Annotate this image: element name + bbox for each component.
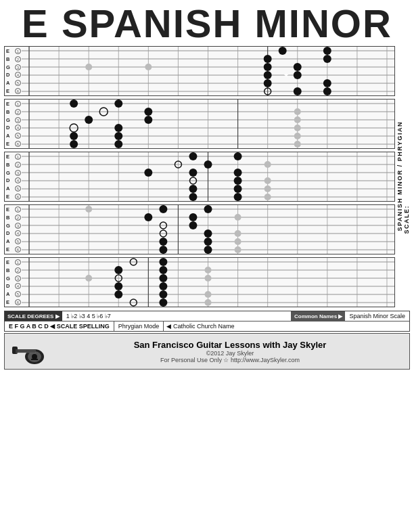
svg-point-103 — [189, 185, 197, 193]
footer: San Francisco Guitar Lessons with Jay Sk… — [4, 333, 410, 370]
diagram-4: E B G D A E 1 2 3 4 5 6 — [4, 204, 395, 254]
svg-point-170 — [159, 266, 167, 274]
svg-point-94 — [189, 152, 197, 160]
svg-point-19 — [85, 64, 92, 70]
string-names-4: E B G D A E — [5, 205, 14, 254]
footer-copyright: ©2012 Jay Skyler — [55, 350, 405, 357]
svg-point-22 — [323, 47, 331, 55]
svg-point-106 — [234, 193, 242, 201]
svg-point-175 — [114, 290, 122, 298]
svg-point-28 — [294, 71, 302, 79]
fretboard-2 — [22, 99, 394, 148]
svg-point-131 — [159, 205, 167, 213]
svg-point-134 — [189, 213, 197, 221]
svg-point-69 — [70, 140, 78, 148]
svg-point-130 — [235, 246, 242, 253]
svg-point-141 — [159, 246, 167, 254]
svg-point-176 — [159, 290, 167, 298]
main-title: E SPANISH MINOR — [0, 4, 414, 43]
fretboard-4 — [22, 205, 394, 254]
info-row-2: E F G A B C D ◀ SCALE SPELLING Phrygian … — [5, 322, 409, 331]
svg-point-93 — [264, 194, 271, 200]
svg-point-127 — [235, 214, 242, 221]
diagram-1: E B G D A E 1 2 3 4 5 6 — [4, 46, 395, 96]
svg-point-95 — [234, 152, 242, 160]
svg-point-172 — [159, 274, 167, 282]
svg-point-169 — [114, 266, 122, 274]
svg-point-90 — [264, 161, 271, 168]
string-names-2: E B G D A E — [5, 99, 14, 148]
svg-rect-187 — [31, 359, 38, 360]
svg-point-54 — [294, 108, 301, 115]
info-section: SCALE DEGREES ▶ 1 ♭2 ♭3 4 5 ♭6 ♭7 Common… — [4, 311, 410, 332]
scale-label-text: SCALE: SPANISH MINOR / PHRYGIAN — [396, 121, 410, 234]
svg-point-60 — [114, 99, 122, 108]
info-row-1: SCALE DEGREES ▶ 1 ♭2 ♭3 4 5 ♭6 ♭7 Common… — [5, 311, 409, 322]
svg-point-139 — [159, 238, 167, 246]
string-names-5: E B G D A E — [5, 258, 14, 307]
svg-point-163 — [205, 267, 212, 273]
string-nums-3: 1 2 3 4 5 6 — [14, 152, 22, 201]
scale-side-label: SCALE: SPANISH MINOR / PHRYGIAN — [395, 46, 410, 309]
svg-point-142 — [204, 246, 212, 254]
scale-spelling-label: E F G A B C D ◀ SCALE SPELLING — [5, 322, 114, 331]
svg-point-20 — [145, 64, 152, 70]
string-nums-1: 1 2 3 4 5 6 — [14, 47, 22, 95]
svg-point-132 — [204, 205, 212, 213]
scale-degrees-label: SCALE DEGREES ▶ — [5, 311, 62, 321]
title-area: E SPANISH MINOR — [0, 0, 414, 46]
svg-point-63 — [85, 116, 93, 124]
fretboard-1: ★ — [22, 47, 394, 95]
svg-point-26 — [294, 63, 302, 71]
svg-point-97 — [204, 160, 212, 169]
svg-point-104 — [234, 185, 242, 193]
diagram-2: E B G D A E 1 2 3 4 5 6 — [4, 99, 395, 149]
svg-point-30 — [264, 79, 272, 87]
svg-point-138 — [204, 229, 212, 238]
string-nums-2: 1 2 3 4 5 6 — [14, 99, 22, 148]
svg-point-21 — [279, 47, 287, 55]
svg-rect-182 — [12, 347, 18, 354]
svg-point-126 — [85, 206, 92, 213]
svg-point-62 — [144, 108, 152, 116]
footer-subtitle: For Personal Use Only ☆ http://www.JaySk… — [55, 357, 405, 363]
svg-point-64 — [144, 116, 152, 124]
svg-point-168 — [159, 258, 167, 266]
fretboard-3 — [22, 152, 394, 201]
svg-point-98 — [144, 169, 152, 177]
church-label: ◀ Catholic Church Name — [164, 322, 237, 331]
svg-point-136 — [189, 221, 197, 229]
svg-point-140 — [204, 238, 212, 246]
svg-point-70 — [114, 140, 122, 148]
svg-point-66 — [114, 124, 122, 132]
svg-point-56 — [294, 125, 301, 131]
svg-point-57 — [294, 133, 301, 139]
svg-point-102 — [234, 177, 242, 185]
svg-point-25 — [264, 63, 272, 71]
svg-point-129 — [235, 238, 242, 245]
svg-point-31 — [323, 79, 331, 87]
svg-point-59 — [70, 99, 78, 108]
svg-point-173 — [114, 282, 122, 290]
svg-point-165 — [205, 291, 212, 298]
string-names-3: E B G D A E — [5, 152, 14, 201]
svg-point-105 — [189, 193, 197, 201]
fretboard-svg-2 — [22, 99, 394, 148]
svg-point-24 — [323, 55, 331, 63]
svg-point-67 — [70, 132, 78, 140]
svg-point-166 — [205, 299, 212, 306]
svg-point-68 — [114, 132, 122, 140]
svg-point-178 — [159, 298, 167, 307]
svg-point-27 — [264, 71, 272, 79]
footer-text: San Francisco Guitar Lessons with Jay Sk… — [55, 340, 405, 363]
phrygian-value: Phrygian Mode — [114, 322, 164, 331]
footer-title: San Francisco Guitar Lessons with Jay Sk… — [55, 340, 405, 350]
svg-point-55 — [294, 116, 301, 123]
svg-point-164 — [205, 275, 212, 282]
svg-point-33 — [294, 87, 302, 95]
svg-point-162 — [85, 275, 92, 282]
string-nums-5: 1 2 3 4 5 6 — [14, 258, 22, 307]
string-names-1: E B G D A E — [5, 47, 14, 95]
fretboard-svg-5 — [22, 258, 394, 307]
svg-point-34 — [323, 87, 331, 95]
